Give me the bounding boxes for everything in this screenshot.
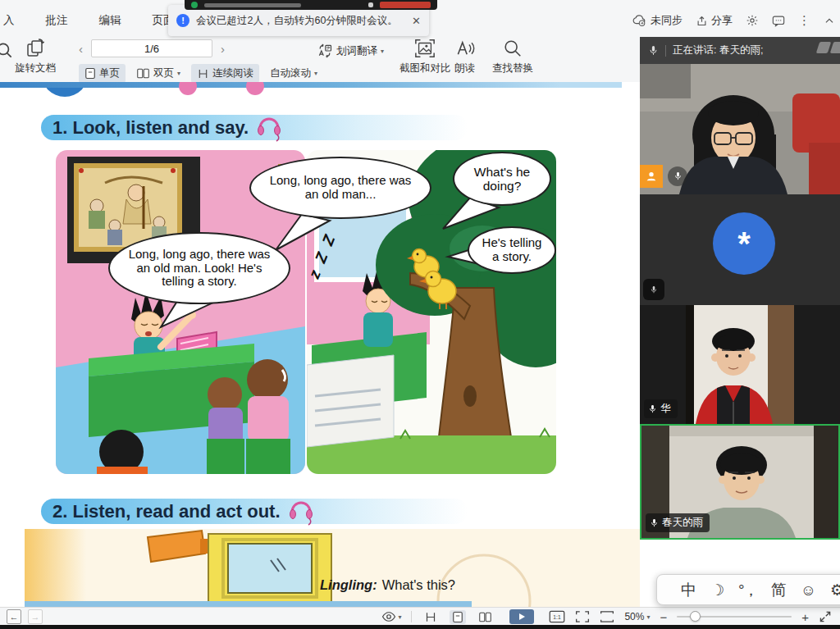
dialogue-text: What's this? bbox=[382, 577, 455, 592]
eye-icon bbox=[381, 611, 396, 622]
zoom-caret-icon: ▾ bbox=[646, 613, 650, 621]
single-page-mode-button[interactable] bbox=[450, 610, 466, 624]
mic-icon bbox=[648, 403, 657, 415]
continuous-read-toggle[interactable]: 连续阅读 bbox=[191, 64, 259, 83]
participant-video-2[interactable]: * bbox=[640, 194, 840, 305]
rotate-doc-icon bbox=[25, 38, 46, 59]
screenshot-compare-button[interactable]: 截图和对比 bbox=[399, 38, 451, 75]
read-aloud-button[interactable]: 朗读 bbox=[454, 38, 476, 75]
zoom-level-value: 50% bbox=[624, 611, 644, 622]
ime-emoji-button[interactable]: ☺ bbox=[801, 582, 816, 598]
ime-chinese-mode-button[interactable]: 中 bbox=[681, 582, 696, 598]
menu-tab-annotate[interactable]: 批注 bbox=[46, 13, 68, 28]
cloud-sync-icon bbox=[632, 14, 647, 27]
participant4-name-badge: 春天的雨 bbox=[646, 513, 710, 532]
avatar-initial: * bbox=[737, 226, 751, 262]
participant4-name: 春天的雨 bbox=[662, 516, 703, 530]
participant-video-4-active[interactable]: 春天的雨 bbox=[640, 424, 840, 540]
toast-close-button[interactable]: ✕ bbox=[412, 15, 421, 27]
auto-scroll-label: 自动滚动 bbox=[270, 66, 311, 80]
mic-icon bbox=[648, 44, 659, 57]
page-header-pink-dot bbox=[179, 82, 197, 95]
fit-width-mode-button[interactable] bbox=[422, 610, 440, 624]
divider bbox=[665, 45, 666, 57]
rotate-doc-button[interactable]: 旋转文档 bbox=[15, 38, 56, 75]
speaking-names: 春天的雨; bbox=[719, 44, 763, 56]
info-icon: ! bbox=[176, 14, 189, 27]
actual-size-icon-text: 1:1 bbox=[554, 614, 562, 620]
double-page-toggle[interactable]: 双页 ▾ bbox=[130, 64, 186, 83]
meeting-video-panel[interactable]: 正在讲话: 春天的雨; bbox=[640, 37, 840, 540]
comment-icon[interactable] bbox=[772, 15, 785, 27]
settings-gear-icon[interactable] bbox=[746, 14, 759, 27]
participant-video-1[interactable] bbox=[640, 64, 840, 194]
zoom-level-dropdown[interactable]: 50% ▾ bbox=[624, 611, 650, 622]
sync-status[interactable]: 未同步 bbox=[632, 13, 682, 28]
zoom-slider[interactable] bbox=[677, 611, 792, 622]
host-badge bbox=[640, 165, 663, 188]
menu-tab-edit[interactable]: 编辑 bbox=[99, 13, 121, 28]
eye-protect-button[interactable]: ▾ bbox=[381, 611, 401, 622]
auto-scroll-toggle[interactable]: 自动滚动 ▾ bbox=[264, 64, 323, 83]
meeting-float-bar[interactable] bbox=[185, 0, 437, 10]
screen-bottom-edge bbox=[0, 625, 840, 629]
single-page-toggle[interactable]: 单页 bbox=[79, 64, 126, 83]
person-icon bbox=[645, 170, 658, 183]
read-aloud-icon bbox=[454, 38, 476, 59]
speech-bubble-teacher-short: Long, long ago, there was an old man... bbox=[249, 157, 431, 219]
ime-settings-gear-icon[interactable]: ⚙ bbox=[830, 582, 840, 598]
ime-simplified-button[interactable]: 简 bbox=[771, 582, 787, 598]
avatar: * bbox=[713, 212, 775, 275]
screen: 入 批注 编辑 页面 未同步 分享 bbox=[0, 0, 840, 629]
continuous-read-label: 连续阅读 bbox=[212, 66, 253, 80]
door-illustration bbox=[25, 529, 640, 607]
fit-page-button[interactable] bbox=[575, 610, 590, 623]
ime-toolbar[interactable]: 中 ☽ °， 简 ☺ ⚙ bbox=[656, 574, 840, 605]
next-page-button[interactable]: › bbox=[221, 42, 225, 56]
speech-bubble-telling-story: He's telling a story. bbox=[468, 226, 556, 274]
section2-title: 2. Listen, read and act out. bbox=[41, 499, 468, 524]
zoom-slider-knob[interactable] bbox=[690, 611, 701, 622]
word-translate-caret-icon: ▾ bbox=[381, 48, 384, 55]
share-button[interactable]: 分享 bbox=[696, 13, 733, 28]
single-page-label: 单页 bbox=[99, 66, 120, 80]
meeting-title-blur bbox=[204, 3, 301, 7]
collapse-ribbon-icon[interactable] bbox=[824, 16, 835, 25]
screenshot-compare-label: 截图和对比 bbox=[399, 62, 451, 75]
end-meeting-button[interactable] bbox=[380, 2, 431, 8]
menu-tabs: 入 批注 编辑 页面 bbox=[0, 13, 175, 28]
prev-page-button[interactable]: ‹ bbox=[79, 42, 83, 56]
continuous-read-icon bbox=[197, 68, 209, 80]
double-page-mode-button[interactable] bbox=[476, 610, 495, 624]
search-icon[interactable] bbox=[0, 39, 15, 61]
menu-tab-insert[interactable]: 入 bbox=[3, 13, 15, 28]
fullscreen-button[interactable] bbox=[819, 610, 832, 623]
zoom-out-button[interactable]: − bbox=[660, 611, 667, 623]
double-page-icon bbox=[136, 67, 150, 80]
status-bar: ← → ▾ bbox=[0, 607, 840, 625]
ime-halfwidth-moon-icon[interactable]: ☽ bbox=[710, 582, 724, 598]
screenshot-compare-icon bbox=[413, 38, 436, 59]
zoom-in-button[interactable]: + bbox=[801, 611, 809, 623]
play-icon bbox=[518, 613, 526, 621]
word-translate-button[interactable]: 划词翻译 ▾ bbox=[317, 43, 384, 59]
participant-video-3[interactable]: 华 bbox=[640, 305, 840, 424]
page-indicator[interactable]: 1/6 bbox=[91, 39, 212, 57]
single-page-icon bbox=[452, 611, 463, 623]
history-forward-button[interactable]: → bbox=[28, 609, 43, 624]
ime-punctuation-button[interactable]: °， bbox=[738, 582, 757, 598]
share-label: 分享 bbox=[711, 13, 733, 28]
more-menu-icon[interactable]: ⋮ bbox=[798, 13, 810, 28]
meeting-mic-indicator-icon bbox=[368, 2, 373, 7]
actual-size-button[interactable]: 1:1 bbox=[549, 610, 565, 623]
history-back-button[interactable]: ← bbox=[7, 609, 21, 624]
section2-title-text: 2. Listen, read and act out. bbox=[52, 501, 281, 522]
participant1-mic-icon bbox=[668, 166, 687, 186]
participant3-name: 华 bbox=[660, 402, 671, 416]
fit-width-button[interactable] bbox=[600, 610, 614, 623]
find-replace-button[interactable]: 查找替换 bbox=[492, 38, 533, 75]
play-slideshow-button[interactable] bbox=[509, 609, 534, 624]
auto-scroll-caret-icon: ▾ bbox=[314, 70, 317, 77]
meeting-watermark-logo bbox=[818, 42, 840, 53]
dialogue-speaker: Lingling: bbox=[320, 577, 377, 592]
